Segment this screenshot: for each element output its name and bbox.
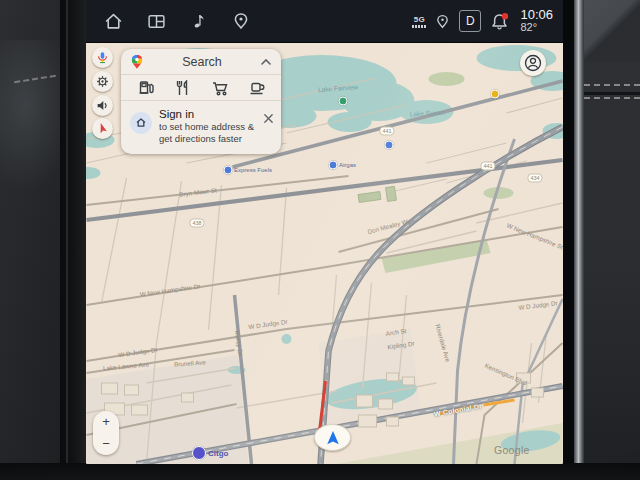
map-label: Arch St <box>385 327 406 337</box>
map-poi-marker[interactable] <box>339 97 348 106</box>
map-poi-marker[interactable] <box>192 446 206 460</box>
map-label: W New Hampshire St <box>506 221 563 250</box>
map-label: Brunell Ave <box>174 358 206 367</box>
map-label: Kensington Blvd <box>484 362 528 387</box>
map-pin-icon[interactable] <box>232 12 250 30</box>
coffee-icon[interactable] <box>249 80 265 96</box>
infotainment-screen: 5G D 10:06 82° <box>86 0 563 463</box>
temperature: 82° <box>520 22 537 34</box>
status-bar: 5G D 10:06 82° <box>86 0 563 43</box>
zoom-controls: + − <box>93 411 119 455</box>
map-poi-label: Citgo <box>208 449 228 458</box>
chrome-trim-strip <box>574 0 584 480</box>
route-shield: 434 <box>527 174 542 183</box>
route-shield: 441 <box>379 127 394 136</box>
map-poi-marker[interactable] <box>224 166 233 175</box>
clock: 10:06 82° <box>520 8 553 33</box>
map-poi-marker[interactable] <box>329 161 338 170</box>
search-bar[interactable]: Search <box>121 49 281 75</box>
google-maps-pin-icon <box>130 54 144 69</box>
map-label: Riverdale Ave <box>434 323 451 362</box>
signin-subtitle: to set home address & get directions fas… <box>159 121 263 146</box>
voice-assistant-button[interactable] <box>92 47 113 68</box>
screen-right-edge <box>563 0 574 480</box>
gas-stations-icon[interactable] <box>138 80 154 96</box>
map-label: Bryn Mawr St <box>179 186 217 198</box>
volume-button[interactable] <box>92 95 113 116</box>
map-poi-marker[interactable] <box>491 90 500 99</box>
zoom-in-button[interactable]: + <box>93 411 119 433</box>
google-watermark: Google <box>494 444 530 456</box>
search-card: Search <box>121 49 281 154</box>
map-poi-label: Airgas <box>339 162 356 168</box>
stitching <box>584 97 640 99</box>
map-label: Kipling Dr <box>387 340 415 351</box>
widgets-icon[interactable] <box>147 12 166 31</box>
route-shield: 438 <box>189 219 204 228</box>
map-label: W D Judge Dr <box>248 318 288 330</box>
signin-title: Sign in <box>159 108 263 120</box>
zoom-out-button[interactable]: − <box>93 433 119 455</box>
location-status-icon <box>435 14 450 29</box>
drive-mode-badge: D <box>459 10 481 32</box>
chevron-up-icon[interactable] <box>260 57 272 67</box>
category-shortcuts <box>121 75 281 101</box>
set-home-icon <box>130 112 152 134</box>
home-icon[interactable] <box>104 12 123 31</box>
route-shield: 441 <box>480 162 495 171</box>
signin-prompt[interactable]: Sign in to set home address & get direct… <box>121 101 281 154</box>
map-label: W Colonial Dr <box>434 402 483 417</box>
dash-seam <box>584 92 640 95</box>
network-indicator: 5G <box>412 15 426 28</box>
map-poi-label: Express Fuels <box>234 167 272 173</box>
close-icon[interactable] <box>263 113 274 124</box>
settings-button[interactable] <box>92 71 113 92</box>
time: 10:06 <box>520 8 553 22</box>
media-icon[interactable] <box>190 12 208 30</box>
account-button[interactable] <box>520 50 546 76</box>
stitching <box>584 84 640 86</box>
screen-bottom-bezel <box>0 463 640 480</box>
vehicle-position-marker <box>314 424 351 451</box>
map-label: Lake Fairview <box>318 83 358 93</box>
restaurants-icon[interactable] <box>175 80 191 96</box>
map-label: Lake Susan <box>410 109 445 118</box>
map-label: Don Mealey Wy <box>367 217 412 235</box>
groceries-icon[interactable] <box>212 80 228 96</box>
dash-vent-corner <box>584 0 640 62</box>
screen-left-pillar <box>60 0 87 480</box>
compass-button[interactable] <box>92 118 113 139</box>
dashboard-right-trim <box>584 0 640 480</box>
map-canvas[interactable]: Lake FairviewLake SusanBryn Mawr StDon M… <box>86 43 563 464</box>
map-label: Lake Lawne Ave <box>103 361 150 372</box>
notification-bell-icon[interactable] <box>490 12 509 31</box>
map-label: W D Judge Dr <box>518 299 558 311</box>
map-label: W D Judge Dr <box>118 346 158 358</box>
map-label: Mercy Dr <box>234 330 244 356</box>
map-label: W New Hampshire Dr <box>139 282 200 297</box>
search-label: Search <box>144 55 260 69</box>
map-poi-marker[interactable] <box>385 141 394 150</box>
